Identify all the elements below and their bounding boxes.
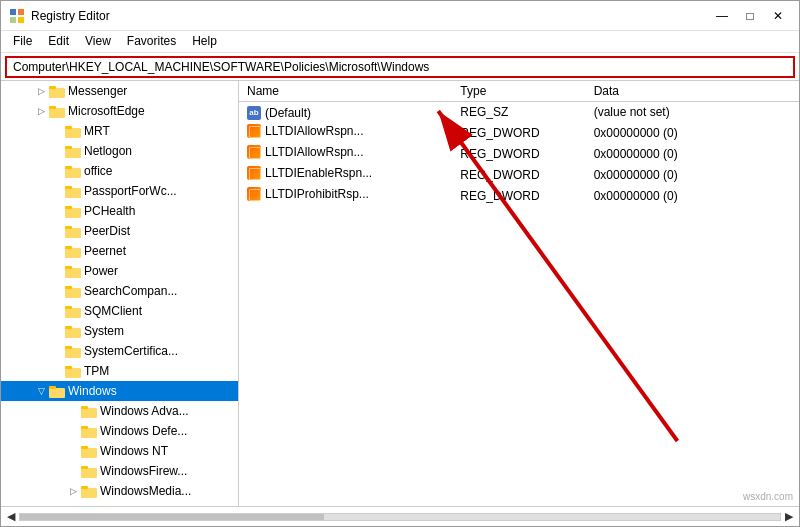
svg-rect-24 [65,288,81,298]
tree-label-pchealth: PCHealth [84,204,135,218]
status-bar: ◀ ▶ [1,506,799,526]
expand-icon-windowsmedia[interactable]: ▷ [65,483,81,499]
tree-item-windows[interactable]: ▽ Windows [1,381,238,401]
app-icon [9,8,25,24]
expand-icon-windows[interactable]: ▽ [33,383,49,399]
table-row[interactable]: LLTDIEnableRspn...REG_DWORD0x00000000 (0… [239,164,799,185]
scroll-left-button[interactable]: ◀ [7,510,15,523]
tree-item-windowsmedia[interactable]: ▷ WindowsMedia... [1,481,238,501]
svg-rect-21 [65,246,72,249]
svg-rect-8 [65,128,81,138]
folder-icon-messenger [49,84,65,98]
folder-icon-netlogon [65,144,81,158]
registry-editor-window: Registry Editor — □ ✕ File Edit View Fav… [0,0,800,527]
tree-item-searchcompan[interactable]: SearchCompan... [1,281,238,301]
svg-rect-0 [10,9,16,15]
folder-icon-office [65,164,81,178]
svg-rect-10 [65,148,81,158]
col-type[interactable]: Type [452,81,585,102]
tree-item-windowsdefe[interactable]: Windows Defe... [1,421,238,441]
folder-icon-windowsnt [81,444,97,458]
title-bar: Registry Editor — □ ✕ [1,1,799,31]
svg-rect-3 [18,17,24,23]
tree-label-peerdist: PeerDist [84,224,130,238]
scroll-right-button[interactable]: ▶ [785,510,793,523]
tree-item-messenger[interactable]: ▷ Messenger [1,81,238,101]
table-row[interactable]: LLTDIAllowRspn...REG_DWORD0x00000000 (0) [239,122,799,143]
close-button[interactable]: ✕ [765,6,791,26]
tree-item-sqmclient[interactable]: SQMClient [1,301,238,321]
cell-data: 0x00000000 (0) [586,122,799,143]
tree-label-tpm: TPM [84,364,109,378]
tree-item-tpm[interactable]: TPM [1,361,238,381]
svg-rect-26 [65,308,81,318]
tree-item-microsoftedge[interactable]: ▷ MicrosoftEdge [1,101,238,121]
folder-icon-windowsfirewall [81,464,97,478]
svg-rect-45 [81,486,88,489]
maximize-button[interactable]: □ [737,6,763,26]
cell-type: REG_DWORD [452,122,585,143]
folder-icon-power [65,264,81,278]
svg-rect-2 [10,17,16,23]
col-data[interactable]: Data [586,81,799,102]
svg-rect-23 [65,266,72,269]
tree-item-peernet[interactable]: Peernet [1,241,238,261]
menu-favorites[interactable]: Favorites [119,33,184,50]
address-input[interactable] [5,56,795,78]
svg-rect-27 [65,306,72,309]
svg-rect-12 [65,168,81,178]
col-name[interactable]: Name [239,81,452,102]
tree-label-passportforwc: PassportForWc... [84,184,177,198]
expand-icon-microsoftedge[interactable]: ▷ [33,103,49,119]
svg-rect-44 [81,488,97,498]
expand-icon-messenger[interactable]: ▷ [33,83,49,99]
window-controls: — □ ✕ [709,6,791,26]
tree-label-peernet: Peernet [84,244,126,258]
table-row[interactable]: ab (Default)REG_SZ(value not set) [239,102,799,123]
tree-item-pchealth[interactable]: PCHealth [1,201,238,221]
cell-name: LLTDIEnableRspn... [239,164,452,185]
folder-icon-systemcertifica [65,344,81,358]
tree-item-mrt[interactable]: ▷ MRT [1,121,238,141]
svg-rect-43 [81,466,88,469]
minimize-button[interactable]: — [709,6,735,26]
svg-rect-35 [49,386,56,389]
table-row[interactable]: LLTDIProhibitRsp...REG_DWORD0x00000000 (… [239,185,799,206]
folder-icon-passportforwc [65,184,81,198]
tree-label-windowsdefe: Windows Defe... [100,424,187,438]
tree-item-peerdist[interactable]: PeerDist [1,221,238,241]
svg-rect-1 [18,9,24,15]
menu-help[interactable]: Help [184,33,225,50]
tree-item-passportforwc[interactable]: PassportForWc... [1,181,238,201]
tree-item-windowsnt[interactable]: Windows NT [1,441,238,461]
tree-item-system[interactable]: System [1,321,238,341]
horizontal-scrollbar[interactable] [19,513,781,521]
tree-label-mrt: MRT [84,124,110,138]
menu-bar: File Edit View Favorites Help [1,31,799,53]
tree-item-windowsfirewall[interactable]: WindowsFirew... [1,461,238,481]
svg-rect-16 [65,208,81,218]
tree-item-netlogon[interactable]: Netlogon [1,141,238,161]
svg-rect-20 [65,248,81,258]
menu-file[interactable]: File [5,33,40,50]
folder-icon-windowsmedia [81,484,97,498]
svg-rect-6 [49,108,65,118]
tree-item-office[interactable]: office [1,161,238,181]
tree-label-netlogon: Netlogon [84,144,132,158]
svg-rect-17 [65,206,72,209]
table-row[interactable]: LLTDIAllowRspn...REG_DWORD0x00000000 (0) [239,143,799,164]
svg-rect-33 [65,366,72,369]
cell-data: 0x00000000 (0) [586,185,799,206]
tree-item-systemcertifica[interactable]: SystemCertifica... [1,341,238,361]
menu-view[interactable]: View [77,33,119,50]
tree-label-system: System [84,324,124,338]
cell-type: REG_SZ [452,102,585,123]
svg-rect-29 [65,326,72,329]
folder-icon-pchealth [65,204,81,218]
window-title: Registry Editor [31,9,709,23]
cell-data: (value not set) [586,102,799,123]
tree-label-systemcertifica: SystemCertifica... [84,344,178,358]
tree-item-windowsadva[interactable]: Windows Adva... [1,401,238,421]
tree-item-power[interactable]: Power [1,261,238,281]
menu-edit[interactable]: Edit [40,33,77,50]
